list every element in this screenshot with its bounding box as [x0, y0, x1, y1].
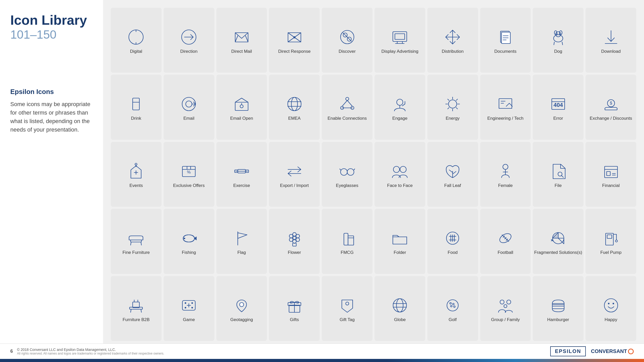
direct-response-icon	[284, 27, 305, 47]
icon-cell-fmcg: FMCG	[322, 209, 372, 274]
svg-rect-38	[133, 98, 139, 110]
svg-rect-179	[552, 306, 564, 309]
fishing-label: Fishing	[182, 250, 196, 255]
football-icon	[495, 228, 516, 248]
icon-cell-export-import: Export / Import	[269, 142, 320, 207]
gift-tag-icon	[337, 295, 358, 316]
svg-line-94	[340, 169, 341, 170]
icon-cell-football: Football	[480, 209, 531, 274]
emea-label: EMEA	[288, 116, 301, 121]
fall-leaf-label: Fall Leaf	[444, 183, 461, 188]
svg-point-172	[453, 303, 454, 305]
icon-row-1: Digital Direction Direct Mail Direct Res…	[111, 8, 636, 73]
icon-cell-flag: Flag	[216, 209, 267, 274]
icon-cell-email-open: Email Open	[216, 75, 267, 140]
group-family-icon	[495, 295, 516, 316]
drink-label: Drink	[131, 116, 141, 121]
svg-point-46	[288, 97, 301, 111]
svg-point-120	[289, 234, 293, 238]
face-to-face-label: Face to Face	[387, 183, 413, 188]
food-label: Food	[448, 250, 458, 255]
engage-icon	[389, 94, 410, 114]
email-icon	[179, 94, 199, 114]
events-icon	[126, 161, 146, 182]
svg-text:$: $	[610, 101, 612, 105]
icon-cell-engage: Engage	[375, 75, 425, 140]
footer: 6 © 2018 Conversant LLC and Epsilon Data…	[0, 343, 644, 359]
svg-line-64	[456, 108, 457, 109]
fishing-icon	[179, 228, 199, 248]
svg-rect-67	[499, 99, 512, 108]
icon-cell-geotagging: Geotagging	[216, 276, 267, 341]
dog-icon	[548, 27, 569, 47]
section-description: Some icons may be appropriate for other …	[10, 100, 93, 134]
file-label: File	[555, 183, 562, 188]
group-family-label: Group / Family	[491, 317, 520, 322]
svg-point-35	[559, 33, 560, 35]
direct-mail-label: Direct Mail	[231, 49, 252, 54]
direct-response-label: Direct Response	[278, 49, 311, 54]
icon-cell-dog: Dog	[533, 8, 583, 73]
svg-line-65	[456, 99, 457, 100]
eyeglasses-label: Eyeglasses	[336, 183, 358, 188]
exercise-icon	[231, 161, 252, 182]
icon-cell-female: Female	[480, 142, 531, 207]
icon-cell-group-family: Group / Family	[480, 276, 531, 341]
svg-line-152	[131, 309, 131, 312]
svg-point-170	[447, 300, 458, 311]
direction-label: Direction	[180, 49, 198, 54]
globe-icon	[389, 295, 410, 316]
svg-point-11	[293, 36, 295, 38]
icon-cell-fall-leaf: Fall Leaf	[427, 142, 478, 207]
icon-row-3: Events % Exclusive Offers Exercise Expor…	[111, 142, 636, 207]
game-label: Game	[183, 317, 195, 322]
icon-row-2: Drink Email Email Open EMEA	[111, 75, 636, 140]
email-label: Email	[183, 116, 194, 121]
svg-point-41	[186, 101, 192, 107]
exchange-discounts-label: Exchange / Discounts	[590, 116, 632, 121]
icon-cell-download: Download	[586, 8, 636, 73]
svg-point-28	[554, 35, 563, 42]
svg-line-32	[554, 42, 554, 45]
icon-cell-engineering-tech: Engineering / Tech	[480, 75, 531, 140]
icon-cell-fishing: Fishing	[164, 209, 214, 274]
discover-icon	[337, 27, 358, 47]
icon-cell-gift-tag: Gift Tag	[322, 276, 372, 341]
fuel-pump-label: Fuel Pump	[600, 250, 621, 255]
icon-cell-exercise: Exercise	[216, 142, 267, 207]
svg-rect-125	[344, 233, 348, 245]
svg-point-167	[396, 299, 403, 312]
footer-logos: EPSILON CONVERSANT	[550, 346, 634, 356]
svg-point-97	[400, 166, 406, 173]
conversant-circle-icon	[628, 349, 634, 354]
icon-cell-digital: Digital	[111, 8, 162, 73]
football-label: Football	[498, 250, 513, 255]
digital-icon	[126, 27, 146, 47]
fragmented-solutions-label: Fragmented Solutions(s)	[534, 250, 582, 255]
svg-point-118	[293, 232, 296, 236]
svg-point-123	[296, 238, 300, 242]
icon-cell-emea: EMEA	[269, 75, 320, 140]
footer-left: 6 © 2018 Conversant LLC and Epsilon Data…	[10, 348, 164, 355]
eyeglasses-icon	[337, 161, 358, 182]
happy-label: Happy	[605, 317, 617, 322]
icon-cell-financial: Financial	[586, 142, 636, 207]
energy-icon	[442, 94, 463, 114]
fine-furniture-label: Fine Furniture	[122, 250, 150, 255]
svg-point-157	[185, 307, 186, 308]
financial-label: Financial	[602, 183, 620, 188]
svg-point-44	[240, 105, 243, 108]
export-import-icon	[284, 161, 305, 182]
flower-label: Flower	[288, 250, 301, 255]
hamburger-icon	[548, 295, 569, 316]
page-number: 6	[10, 349, 13, 354]
svg-rect-148	[133, 302, 139, 308]
folder-icon	[389, 228, 410, 248]
icon-cell-direction: Direction	[164, 8, 214, 73]
error-icon: 404	[548, 94, 569, 114]
game-icon	[179, 295, 199, 316]
sidebar: Icon Library 101–150 Epsilon Icons Some …	[0, 0, 103, 343]
drink-icon	[126, 94, 146, 114]
svg-line-153	[141, 309, 141, 312]
svg-point-182	[608, 303, 609, 304]
